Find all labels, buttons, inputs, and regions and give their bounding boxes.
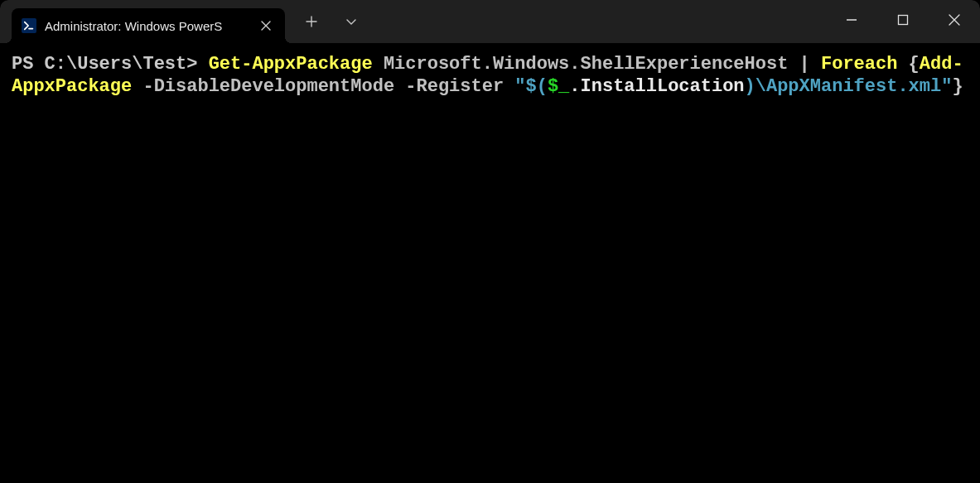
terminal-segment: ) bbox=[745, 76, 756, 97]
titlebar: Administrator: Windows PowerS bbox=[0, 0, 980, 43]
terminal-segment: \AppXManifest.xml bbox=[756, 76, 941, 97]
powershell-icon bbox=[22, 18, 36, 33]
terminal-segment: -DisableDevelopmentMode -Register bbox=[132, 76, 514, 97]
terminal-segment: $_ bbox=[548, 76, 569, 97]
new-tab-button[interactable] bbox=[292, 0, 331, 43]
tab-title: Administrator: Windows PowerS bbox=[45, 19, 249, 33]
new-tab-dropdown[interactable] bbox=[331, 0, 371, 43]
terminal-segment: Get-AppxPackage bbox=[209, 54, 373, 75]
svg-rect-0 bbox=[899, 16, 908, 25]
terminal-body[interactable]: PS C:\Users\Test> Get-AppxPackage Micros… bbox=[0, 43, 980, 483]
terminal-segment: | bbox=[799, 54, 821, 75]
close-window-button[interactable] bbox=[929, 3, 980, 36]
terminal-segment: Foreach bbox=[821, 54, 897, 75]
terminal-segment: "$( bbox=[514, 76, 548, 97]
maximize-button[interactable] bbox=[877, 3, 929, 36]
terminal-segment: PS C:\Users\Test> bbox=[12, 54, 209, 75]
tab-powershell[interactable]: Administrator: Windows PowerS bbox=[12, 8, 285, 43]
terminal-segment: { bbox=[897, 54, 919, 75]
terminal-segment: Microsoft.Windows.ShellExperienceHost bbox=[373, 54, 799, 75]
terminal-segment: .InstallLocation bbox=[569, 76, 744, 97]
terminal-window: Administrator: Windows PowerS bbox=[0, 0, 980, 483]
terminal-segment: " bbox=[941, 76, 952, 97]
minimize-button[interactable] bbox=[826, 3, 877, 36]
tab-strip: Administrator: Windows PowerS bbox=[0, 0, 285, 43]
terminal-segment: } bbox=[952, 76, 963, 97]
window-controls bbox=[826, 3, 980, 36]
close-tab-button[interactable] bbox=[258, 18, 273, 33]
tabstrip-buttons bbox=[292, 0, 371, 43]
